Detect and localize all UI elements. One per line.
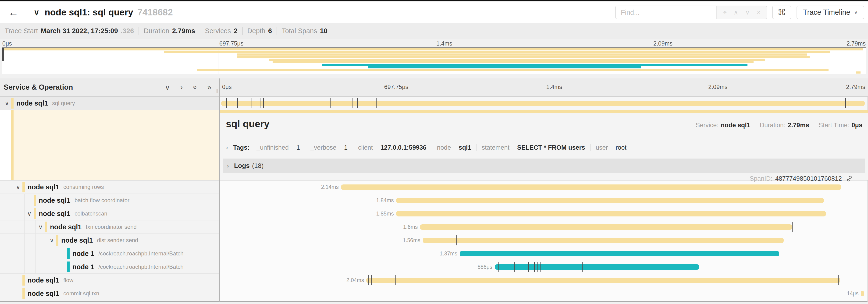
span-duration-label: 2.04ms [346,274,364,287]
tag-value: sql1 [459,144,471,151]
span-service-name: node sql1 [17,99,48,107]
logs-row[interactable]: › Logs (18) [223,159,865,173]
span-row-commit-sql-txn: node sql1commit sql txn14μs [0,287,868,300]
tag-value: SELECT * FROM users [517,144,585,151]
log-marker-tick [848,98,849,108]
chevron-down-icon[interactable]: ∨ [50,237,54,244]
span-bar-cell[interactable]: 2.14ms [220,180,868,194]
span-detail-left [0,110,220,180]
log-marker-tick [824,195,824,205]
service-operation-title: Service & Operation [4,83,73,92]
view-selector-label: Trace Timeline [803,8,850,16]
span-tree-item[interactable]: ∨node sql1dist sender send [0,234,220,247]
collapse-one-icon[interactable]: ∨ [165,83,170,92]
tags-row[interactable]: › Tags: _unfinished=1_verbose=1client=12… [226,141,631,154]
minimap-canvas[interactable] [2,47,866,74]
span-tree-item[interactable]: node 1/cockroach.roachpb.Internal/Batch [0,260,220,274]
span-color-bar [11,110,13,180]
service-label: Service: [695,122,718,129]
span-bar[interactable] [341,184,841,190]
span-tree-item[interactable]: node sql1commit sql txn [0,287,220,300]
span-tree-item[interactable]: ∨node sql1txn coordinator send [0,221,220,234]
horizontal-scrollbar[interactable] [0,301,868,302]
span-bar[interactable] [861,291,864,296]
collapse-trace-icon[interactable]: ∨ [34,8,39,17]
span-row-flow: node sql1flow2.04ms [0,274,868,287]
chevron-down-icon[interactable]: ∨ [27,210,32,217]
minimap-left-drag-handle[interactable] [2,47,4,61]
timeline-tick-label: 1.4ms [546,83,562,90]
span-bar-cell[interactable]: 1.85ms [220,207,868,221]
span-bar[interactable] [366,278,840,283]
span-detail-title: sql query [226,119,270,130]
view-selector-button[interactable]: Trace Timeline ∨ [797,6,864,19]
locate-icon[interactable]: ⌖ [723,9,726,16]
tag-value: 1 [297,144,300,151]
span-bar[interactable] [460,251,779,257]
timeline-tick-label: 697.75μs [384,83,408,90]
service-value: node sql1 [721,122,750,129]
span-tree-item[interactable]: ∨node sql1colbatchscan [0,207,220,221]
trace-title-wrap[interactable]: ∨ node sql1: sql query 7418682 [34,7,173,18]
span-tree-item[interactable]: node sql1batch flow coordinator [0,194,220,207]
span-bar[interactable] [396,211,826,216]
span-tree-item[interactable]: ∨node sql1consuming rows [0,180,220,194]
prev-result-icon[interactable]: ∧ [734,9,738,16]
collapse-all-icon[interactable]: » [191,85,199,89]
next-result-icon[interactable]: ∨ [745,9,750,16]
span-bar-cell[interactable]: 1.84ms [220,194,868,207]
span-color-bar [23,275,25,285]
column-resizer-grip[interactable]: ‖ [216,88,218,94]
span-bar-cell[interactable]: 1.6ms [220,221,868,234]
span-tree-item[interactable]: node 1/cockroach.roachpb.Internal/Batch [0,247,220,260]
span-color-bar [67,248,70,259]
chevron-down-icon[interactable]: ∨ [16,183,20,191]
span-bar[interactable] [420,224,792,230]
span-bar[interactable] [495,264,700,270]
log-marker-tick [498,262,499,272]
span-bar-cell[interactable]: 1.56ms [220,234,868,247]
span-duration-label: 14μs [847,287,859,300]
span-bar[interactable] [396,198,824,203]
chevron-right-icon[interactable]: › [226,144,228,151]
span-bar-cell[interactable] [220,97,868,110]
span-id-label: SpanID: [750,175,772,182]
timeline-gridline [706,78,706,96]
pane-resize-divider[interactable] [219,78,220,302]
minimap-tick-label: 2.79ms [846,40,866,47]
span-service-name: node sql1 [61,237,93,244]
expand-all-icon[interactable]: » [208,83,211,92]
span-bar-cell[interactable]: 886μs [220,260,868,274]
back-button[interactable]: ← [0,2,27,23]
find-box[interactable]: Find... ⌖ ∧ ∨ × [615,6,767,19]
tag-item-statement: statement=SELECT * FROM users [477,144,590,151]
total-spans-value: 10 [320,27,328,35]
equals-sign: = [375,144,378,150]
chevron-down-icon[interactable]: ∨ [38,224,43,231]
span-bar-cell[interactable]: 1.37ms [220,247,868,260]
span-operation-name: flow [63,277,73,283]
chevron-down-icon[interactable]: ∨ [5,100,9,107]
expand-one-icon[interactable]: › [180,83,183,92]
span-bar[interactable] [423,238,784,243]
span-tree-item[interactable]: ∨node sql1sql query [0,97,220,110]
tree-depth-guide [13,234,13,247]
span-operation-name: /cockroach.roachpb.Internal/Batch [98,250,183,257]
clear-search-icon[interactable]: × [757,9,761,16]
duration-value: 2.79ms [788,122,809,129]
chevron-right-icon[interactable]: › [227,162,229,170]
span-bar-cell[interactable]: 14μs [220,287,868,300]
link-icon[interactable] [845,175,853,182]
tag-key: user [596,144,608,151]
span-bar[interactable] [221,101,865,106]
tree-depth-guide [13,247,13,260]
span-bar-cell[interactable]: 2.04ms [220,274,868,287]
find-input[interactable]: Find... [616,9,716,16]
keyboard-shortcuts-button[interactable]: ⌘ [772,6,792,19]
tag-value: root [616,144,626,151]
selected-span-bar[interactable] [220,110,868,113]
span-tree-item[interactable]: node sql1flow [0,274,220,287]
log-marker-tick [792,222,793,232]
span-service-name: node sql1 [39,210,70,217]
log-marker-tick [582,262,583,272]
